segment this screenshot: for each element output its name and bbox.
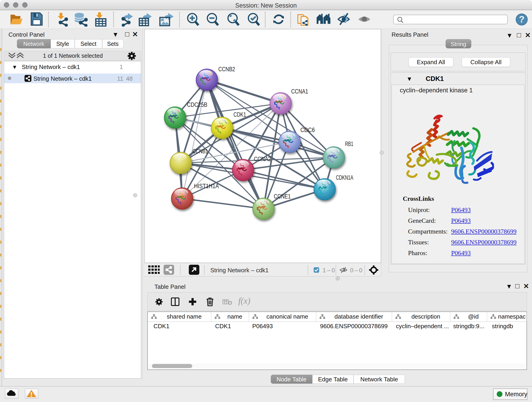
svg-text:1 of 1 Network selected: 1 of 1 Network selected xyxy=(43,52,103,59)
svg-text:CCNE1: CCNE1 xyxy=(274,193,291,200)
svg-text:CCNB2: CCNB2 xyxy=(218,66,235,73)
svg-text:?: ? xyxy=(519,14,525,24)
svg-text:HIST1H1A: HIST1H1A xyxy=(194,183,219,190)
svg-text:CDKN1A: CDKN1A xyxy=(336,174,353,181)
svg-text:RB1: RB1 xyxy=(345,140,353,147)
svg-text:CCNA2: CCNA2 xyxy=(254,156,271,162)
svg-text:CDC25B: CDC25B xyxy=(187,101,207,108)
svg-text:CDC6: CDC6 xyxy=(300,127,315,133)
svg-text:CDK1: CDK1 xyxy=(234,111,246,118)
svg-text:CCNA1: CCNA1 xyxy=(291,88,308,95)
svg-text:CCNB1: CCNB1 xyxy=(192,148,208,155)
